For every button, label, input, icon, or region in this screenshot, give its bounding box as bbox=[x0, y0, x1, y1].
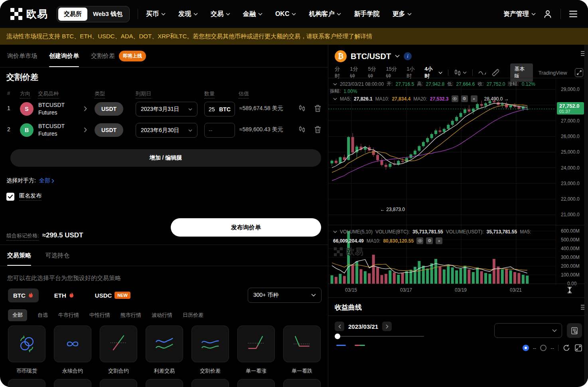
pair-name[interactable]: BTC/USDT bbox=[351, 52, 391, 61]
brand[interactable]: 欧易 bbox=[10, 7, 48, 21]
strategy-card-5[interactable]: 单一看涨 bbox=[237, 326, 275, 375]
fullscreen-icon[interactable] bbox=[575, 68, 583, 77]
quantity-input[interactable]: -- bbox=[204, 123, 235, 138]
nav-item-label: 更多 bbox=[392, 10, 405, 18]
delete-leg-icon[interactable] bbox=[314, 126, 321, 135]
expiry-dropdown[interactable]: 2023年3月31日 bbox=[136, 102, 197, 116]
filter-0[interactable]: 全部 bbox=[8, 309, 27, 321]
legend-blue-dash bbox=[336, 345, 346, 346]
filter-5[interactable]: 波动行情 bbox=[152, 312, 172, 319]
publish-rfq-button[interactable]: 发布询价单 bbox=[171, 218, 321, 237]
info-icon[interactable]: i bbox=[404, 52, 412, 60]
strategy-card-2[interactable]: 交割合约 bbox=[100, 326, 137, 375]
gear-icon[interactable]: ⚙ bbox=[426, 237, 433, 244]
nav-item-7[interactable]: 更多 bbox=[392, 10, 412, 18]
mark-price-row: 组合标记价格: ≈299.5 USDT bbox=[6, 231, 83, 241]
chevron-down-icon[interactable] bbox=[395, 55, 400, 58]
user-icon[interactable] bbox=[543, 9, 552, 19]
chevron-right-icon[interactable] bbox=[84, 106, 87, 113]
nav-item-1[interactable]: 发现 bbox=[178, 10, 198, 18]
price-tick: 23,000.0 bbox=[561, 181, 580, 186]
chevron-right-icon[interactable] bbox=[84, 127, 87, 134]
amplitude-row: 振幅:1.00% bbox=[330, 88, 357, 95]
filter-2[interactable]: 牛市行情 bbox=[58, 312, 79, 319]
nav-item-3[interactable]: 金融 bbox=[243, 10, 262, 18]
radio-unselected[interactable] bbox=[540, 345, 547, 351]
strategy-card-0[interactable]: 币币现货 bbox=[8, 326, 45, 375]
add-leg-button[interactable]: 增加 / 编辑腿 bbox=[10, 149, 321, 167]
refresh-icon[interactable] bbox=[562, 344, 570, 352]
expiry-dropdown[interactable]: 2023年6月30日 bbox=[136, 123, 197, 138]
type-pill[interactable]: USDT bbox=[95, 102, 123, 116]
next-date-button[interactable] bbox=[382, 322, 392, 331]
strategy-card-6[interactable]: 单一看跌 bbox=[283, 326, 321, 375]
currency-tab-btc[interactable]: BTC bbox=[8, 288, 39, 302]
overlay-line-icon[interactable] bbox=[478, 71, 486, 75]
anonymous-checkbox[interactable] bbox=[6, 193, 14, 201]
strategy-card-1[interactable]: 永续合约 bbox=[54, 326, 91, 375]
chart-shortcut-icon[interactable] bbox=[298, 105, 306, 113]
version-tab-1[interactable]: TradingView bbox=[539, 70, 567, 76]
filter-4[interactable]: 熊市行情 bbox=[120, 312, 141, 319]
nav-item-6[interactable]: 新手学院 bbox=[354, 10, 379, 18]
filter-6[interactable]: 日历价差 bbox=[183, 312, 203, 319]
nav-item-label: 交易 bbox=[211, 10, 223, 18]
strategy-card-4[interactable]: 交割价差 bbox=[191, 326, 229, 375]
strategy-card-partial[interactable] bbox=[191, 379, 229, 387]
filter-3[interactable]: 中性行情 bbox=[89, 312, 110, 319]
leg-number: 2 bbox=[7, 126, 10, 132]
doc-search-button[interactable] bbox=[567, 323, 582, 338]
nav-item-4[interactable]: OKC bbox=[275, 10, 296, 18]
volume-tick: 200.00M bbox=[561, 263, 580, 269]
strategy-card-partial[interactable] bbox=[237, 379, 275, 387]
scrollbar-rail[interactable] bbox=[584, 45, 588, 387]
price-axis[interactable]: 27,752.0 01:37 29,000.028,000.027,000.02… bbox=[556, 78, 585, 285]
divider bbox=[560, 9, 561, 19]
draw-tool-icon[interactable] bbox=[492, 69, 499, 76]
nav-item-assets[interactable]: 资产管理 bbox=[503, 10, 536, 18]
nav-item-2[interactable]: 交易 bbox=[211, 10, 230, 18]
eye-icon[interactable] bbox=[452, 95, 458, 102]
strategy-card-partial[interactable] bbox=[8, 379, 45, 387]
coin-count-dropdown[interactable]: 300+ 币种 bbox=[248, 288, 322, 303]
filter-1[interactable]: 自选 bbox=[37, 312, 48, 319]
candlestick-chart[interactable] bbox=[328, 78, 556, 296]
close-icon[interactable]: × bbox=[436, 237, 442, 244]
tab-exchange[interactable]: 交易所 bbox=[58, 8, 87, 21]
eye-icon[interactable] bbox=[416, 237, 423, 244]
hamburger-menu-icon[interactable] bbox=[569, 10, 578, 18]
strategy-tab-1[interactable]: 可选持仓 bbox=[45, 245, 69, 266]
chevron-down-icon bbox=[188, 129, 192, 132]
nav-item-5[interactable]: 机构客户 bbox=[309, 10, 341, 18]
prev-date-button[interactable] bbox=[335, 322, 344, 331]
strategy-card-partial[interactable] bbox=[54, 379, 91, 387]
currency-tab-eth[interactable]: ETH bbox=[49, 288, 79, 302]
rfq-tab-2[interactable]: 交割价差即将上线 bbox=[91, 45, 146, 67]
tab-web3-wallet[interactable]: Web3 钱包 bbox=[87, 8, 128, 21]
strategy-card-partial[interactable] bbox=[146, 379, 183, 387]
slider-knob[interactable] bbox=[335, 334, 340, 339]
nav-item-0[interactable]: 买币 bbox=[146, 10, 166, 18]
date-slider[interactable] bbox=[335, 334, 424, 339]
flame-icon bbox=[28, 292, 34, 298]
measure-icon[interactable] bbox=[566, 286, 573, 296]
expand-icon[interactable] bbox=[574, 344, 582, 352]
delete-leg-icon[interactable] bbox=[314, 105, 321, 114]
rfq-tab-1[interactable]: 创建询价单 bbox=[49, 45, 79, 67]
radio-selected[interactable] bbox=[523, 345, 529, 351]
close-icon[interactable]: × bbox=[471, 95, 478, 102]
pnl-dropdown[interactable] bbox=[494, 323, 562, 338]
quantity-input[interactable]: 25BTC bbox=[204, 102, 235, 116]
type-pill[interactable]: USDT bbox=[95, 123, 123, 137]
rfq-tab-0[interactable]: 询价单市场 bbox=[7, 45, 37, 67]
chart-shortcut-icon[interactable] bbox=[298, 126, 306, 134]
strategy-card-3[interactable]: 利差交易 bbox=[146, 326, 183, 375]
currency-tab-usdc[interactable]: USDCNEW bbox=[90, 288, 136, 302]
chart-type-icon[interactable] bbox=[454, 69, 467, 76]
gear-icon[interactable]: ⚙ bbox=[461, 95, 468, 102]
time-axis[interactable]: 03/1503/1703/1903/21 bbox=[328, 284, 588, 296]
strategy-tab-0[interactable]: 交易策略 bbox=[7, 245, 31, 266]
strategy-card-partial[interactable] bbox=[100, 379, 137, 387]
strategy-card-partial[interactable] bbox=[283, 379, 321, 387]
counterparty-link[interactable]: 全部 bbox=[39, 177, 54, 184]
